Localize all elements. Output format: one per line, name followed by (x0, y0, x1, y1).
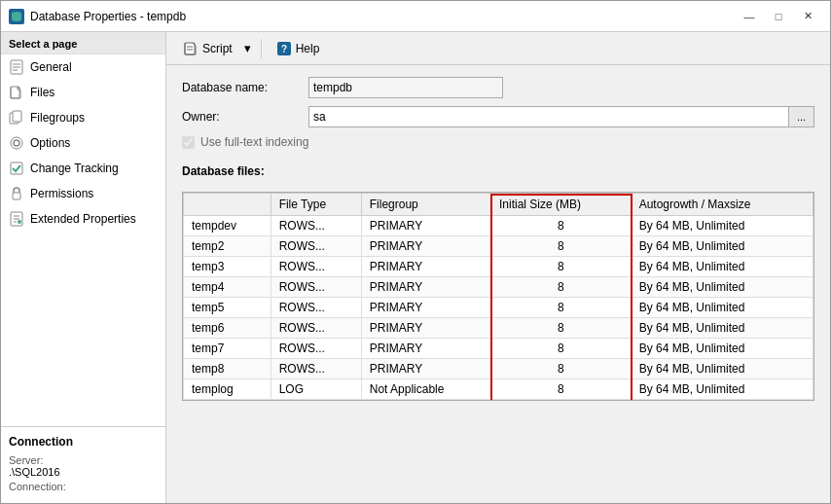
cell-file-type: ROWS... (271, 359, 361, 379)
sidebar-extended-properties-label: Extended Properties (30, 212, 136, 226)
col-header-file-type: File Type (271, 194, 361, 216)
cell-name: temp4 (184, 277, 271, 298)
cell-filegroup: PRIMARY (361, 298, 490, 318)
db-name-input[interactable] (308, 77, 503, 98)
script-dropdown-button[interactable]: ▾ (241, 36, 255, 61)
sidebar-item-files[interactable]: Files (1, 80, 165, 105)
col-header-autogrowth: Autogrowth / Maxsize (631, 194, 813, 216)
sidebar-item-general[interactable]: General (1, 54, 165, 80)
table-row: temp2ROWS...PRIMARY8By 64 MB, Unlimited (184, 236, 813, 257)
cell-initial-size: 8 (490, 236, 631, 257)
cell-filegroup: PRIMARY (361, 359, 490, 379)
cell-initial-size: 8 (490, 216, 631, 236)
select-page-label: Select a page (1, 32, 165, 54)
server-value: .\SQL2016 (9, 466, 158, 478)
cell-initial-size: 8 (490, 298, 631, 318)
cell-filegroup: PRIMARY (361, 216, 490, 236)
cell-file-type: ROWS... (271, 318, 361, 339)
sidebar-item-filegroups[interactable]: Filegroups (1, 105, 165, 130)
cell-name: temp6 (184, 318, 271, 339)
cell-file-type: ROWS... (271, 298, 361, 318)
connection-connection-row: Connection: (9, 481, 158, 492)
svg-point-10 (11, 137, 22, 149)
title-bar-controls: — □ ✕ (735, 7, 822, 26)
db-name-row: Database name: (182, 77, 814, 98)
sidebar-general-label: General (30, 60, 72, 74)
sidebar-items: General Files Filegroups (1, 54, 165, 426)
owner-label: Owner: (182, 110, 308, 124)
sidebar: Select a page General Files (1, 32, 166, 503)
table-header-row: File Type Filegroup Initial Size (MB) Au… (184, 194, 813, 216)
connection-label: Connection: (9, 481, 158, 492)
table-row: temp7ROWS...PRIMARY8By 64 MB, Unlimited (184, 339, 813, 359)
db-files-label: Database files: (182, 164, 814, 178)
window-title: Database Properties - tempdb (30, 10, 186, 23)
fulltext-row: Use full-text indexing (182, 135, 814, 149)
cell-name: temp5 (184, 298, 271, 318)
table-row: temp5ROWS...PRIMARY8By 64 MB, Unlimited (184, 298, 813, 318)
cell-initial-size: 8 (490, 359, 631, 379)
toolbar-separator (261, 39, 262, 58)
files-table: File Type Filegroup Initial Size (MB) Au… (183, 193, 813, 400)
sidebar-item-change-tracking[interactable]: Change Tracking (1, 156, 165, 181)
connection-server-row: Server: .\SQL2016 (9, 454, 158, 478)
cell-name: temp2 (184, 236, 271, 257)
cell-autogrowth: By 64 MB, Unlimited (631, 339, 813, 359)
svg-point-17 (18, 220, 21, 224)
cell-file-type: ROWS... (271, 277, 361, 298)
sidebar-item-extended-properties[interactable]: Extended Properties (1, 206, 165, 232)
cell-filegroup: Not Applicable (361, 379, 490, 400)
sidebar-item-options[interactable]: Options (1, 130, 165, 156)
cell-autogrowth: By 64 MB, Unlimited (631, 257, 813, 277)
table-row: templogLOGNot Applicable8By 64 MB, Unlim… (184, 379, 813, 400)
sidebar-change-tracking-label: Change Tracking (30, 162, 119, 175)
cell-filegroup: PRIMARY (361, 339, 490, 359)
script-button[interactable]: Script (174, 36, 241, 61)
cell-file-type: ROWS... (271, 236, 361, 257)
cell-filegroup: PRIMARY (361, 318, 490, 339)
col-header-initial-size: Initial Size (MB) (490, 194, 631, 216)
cell-autogrowth: By 64 MB, Unlimited (631, 318, 813, 339)
cell-name: temp7 (184, 339, 271, 359)
database-icon (9, 9, 24, 24)
cell-file-type: LOG (271, 379, 361, 400)
owner-row: Owner: ... (182, 106, 814, 127)
sidebar-files-label: Files (30, 86, 54, 99)
table-row: temp6ROWS...PRIMARY8By 64 MB, Unlimited (184, 318, 813, 339)
cell-autogrowth: By 64 MB, Unlimited (631, 298, 813, 318)
minimize-button[interactable]: — (735, 7, 764, 26)
help-icon: ? (276, 41, 292, 56)
sidebar-filegroups-label: Filegroups (30, 111, 85, 125)
connection-title: Connection (9, 435, 158, 449)
sidebar-options-label: Options (30, 136, 70, 150)
table-row: temp4ROWS...PRIMARY8By 64 MB, Unlimited (184, 277, 813, 298)
maximize-button[interactable]: □ (764, 7, 793, 26)
cell-name: temp8 (184, 359, 271, 379)
extended-properties-icon (9, 211, 24, 227)
close-button[interactable]: ✕ (793, 7, 822, 26)
server-label: Server: (9, 454, 158, 466)
svg-text:?: ? (281, 44, 287, 54)
owner-input[interactable] (308, 106, 789, 127)
col-header-filegroup: Filegroup (361, 194, 490, 216)
db-files-section: Database files: (166, 164, 830, 192)
cell-initial-size: 8 (490, 379, 631, 400)
cell-file-type: ROWS... (271, 257, 361, 277)
help-button[interactable]: ? Help (268, 36, 329, 61)
svg-rect-12 (13, 193, 20, 199)
title-bar: Database Properties - tempdb — □ ✕ (1, 1, 830, 32)
form-area: Database name: Owner: ... Use full-text … (166, 65, 830, 164)
db-name-label: Database name: (182, 81, 308, 94)
permissions-icon (9, 186, 24, 201)
fulltext-label: Use full-text indexing (200, 135, 308, 149)
right-panel: Script ▾ ? Help Database name: (166, 32, 830, 503)
fulltext-checkbox[interactable] (182, 136, 195, 149)
general-icon (9, 59, 24, 75)
cell-name: templog (184, 379, 271, 400)
browse-button[interactable]: ... (789, 106, 814, 127)
files-table-wrapper: File Type Filegroup Initial Size (MB) Au… (182, 192, 814, 401)
cell-autogrowth: By 64 MB, Unlimited (631, 359, 813, 379)
cell-filegroup: PRIMARY (361, 257, 490, 277)
sidebar-item-permissions[interactable]: Permissions (1, 181, 165, 206)
cell-file-type: ROWS... (271, 216, 361, 236)
